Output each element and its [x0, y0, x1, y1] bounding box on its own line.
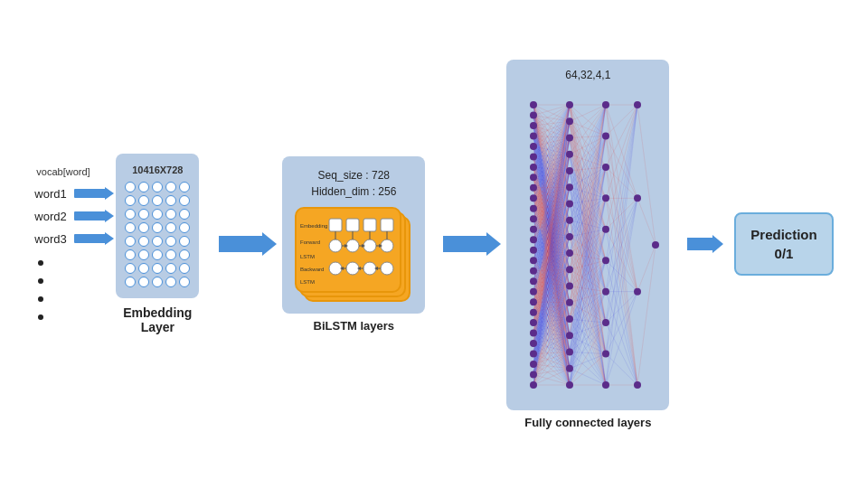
e-dot — [152, 236, 163, 247]
e-dot — [179, 182, 190, 192]
input-dot-3 — [38, 296, 43, 302]
svg-text:Forward: Forward — [300, 239, 320, 245]
main-row: vocab[word] word1 word2 word3 — [9, 18, 859, 470]
e-dot — [179, 209, 190, 220]
embed-row-4 — [125, 222, 190, 233]
e-dot — [179, 277, 190, 287]
e-dot — [179, 222, 190, 233]
e-dot — [125, 249, 136, 260]
e-dot — [165, 263, 176, 274]
embed-row-7 — [125, 263, 190, 274]
e-dot — [138, 209, 149, 220]
svg-point-10 — [346, 239, 359, 252]
e-dot — [125, 182, 136, 192]
diagram: vocab[word] word1 word2 word3 — [0, 0, 868, 488]
e-dot — [125, 277, 136, 287]
word-row-2: word2 — [34, 210, 107, 223]
embedding-section: 10416X728 — [116, 154, 199, 334]
word-row-3: word3 — [34, 232, 107, 246]
bilstm-diagram-svg: Embedding Forward LSTM Backward LSTM — [298, 210, 398, 289]
input-section: vocab[word] word1 word2 word3 — [34, 166, 107, 323]
bilstm-label: BiLSTM layers — [314, 319, 395, 333]
prediction-section: Prediction0/1 — [734, 212, 833, 276]
e-dot — [165, 209, 176, 220]
e-dot — [165, 249, 176, 260]
e-dot — [165, 222, 176, 233]
e-dot — [138, 222, 149, 233]
fc-title: 64,32,4,1 — [565, 69, 610, 81]
input-dot-4 — [38, 314, 43, 320]
svg-text:Embedding: Embedding — [300, 223, 327, 229]
fc-network-canvas — [515, 87, 660, 403]
fc-label: Fully connected layers — [524, 416, 651, 429]
fc-to-pred-arrow — [687, 238, 714, 250]
svg-text:LSTM: LSTM — [300, 279, 315, 285]
fc-section: 64,32,4,1 Fully connected layers — [506, 60, 669, 429]
bilstm-to-fc-arrow — [443, 236, 488, 252]
word-label-1: word1 — [34, 187, 69, 201]
e-dot — [152, 263, 163, 274]
embedding-matrix-label: 10416X728 — [132, 164, 183, 175]
e-dot — [179, 236, 190, 247]
e-dot — [165, 182, 176, 192]
svg-point-9 — [329, 239, 342, 252]
input-dot-2 — [38, 278, 43, 284]
embed-to-bilstm-arrow — [219, 236, 264, 252]
e-dot — [152, 209, 163, 220]
input-dot-1 — [38, 260, 43, 266]
e-dot — [179, 263, 190, 274]
e-dot — [125, 195, 136, 206]
word1-arrow — [74, 189, 107, 198]
e-dot — [152, 195, 163, 206]
bilstm-params: Seq_size : 728 Hidden_dim : 256 — [311, 167, 396, 200]
bilstm-card-front: Embedding Forward LSTM Backward LSTM — [295, 207, 401, 293]
svg-rect-6 — [346, 219, 359, 231]
embedding-box: 10416X728 — [116, 154, 199, 298]
prediction-box: Prediction0/1 — [734, 212, 833, 276]
svg-point-15 — [363, 262, 376, 275]
vocab-label: vocab[word] — [36, 166, 90, 177]
bilstm-box: Seq_size : 728 Hidden_dim : 256 Embeddin… — [282, 156, 425, 314]
embed-row-2 — [125, 195, 190, 206]
e-dot — [125, 236, 136, 247]
word3-arrow — [74, 234, 107, 243]
word-row-1: word1 — [34, 187, 107, 201]
e-dot — [165, 195, 176, 206]
e-dot — [152, 277, 163, 287]
embedding-layer-label: EmbeddingLayer — [123, 305, 192, 334]
e-dot — [179, 195, 190, 206]
e-dot — [165, 236, 176, 247]
e-dot — [179, 249, 190, 260]
svg-point-16 — [381, 262, 393, 275]
e-dot — [138, 236, 149, 247]
svg-point-12 — [381, 239, 393, 252]
e-dot — [138, 263, 149, 274]
e-dot — [125, 222, 136, 233]
embed-row-3 — [125, 209, 190, 220]
e-dot — [138, 195, 149, 206]
hidden-dim-label: Hidden_dim : 256 — [311, 185, 396, 198]
embed-row-1 — [125, 182, 190, 192]
e-dot — [138, 182, 149, 192]
svg-text:Backward: Backward — [300, 267, 324, 272]
embed-row-5 — [125, 236, 190, 247]
e-dot — [152, 182, 163, 192]
svg-point-14 — [346, 262, 359, 275]
word-label-2: word2 — [34, 210, 69, 223]
embed-row-8 — [125, 277, 190, 287]
svg-rect-8 — [381, 219, 393, 231]
seq-size-label: Seq_size : 728 — [318, 169, 390, 182]
e-dot — [152, 222, 163, 233]
svg-text:LSTM: LSTM — [300, 254, 315, 259]
bilstm-section: Seq_size : 728 Hidden_dim : 256 Embeddin… — [282, 156, 425, 333]
svg-point-13 — [329, 262, 342, 275]
e-dot — [165, 277, 176, 287]
embed-row-6 — [125, 249, 190, 260]
svg-rect-7 — [363, 219, 376, 231]
svg-point-11 — [363, 239, 376, 252]
svg-rect-5 — [329, 219, 342, 231]
word-label-3: word3 — [34, 232, 69, 246]
e-dot — [125, 263, 136, 274]
e-dot — [125, 209, 136, 220]
e-dot — [138, 277, 149, 287]
